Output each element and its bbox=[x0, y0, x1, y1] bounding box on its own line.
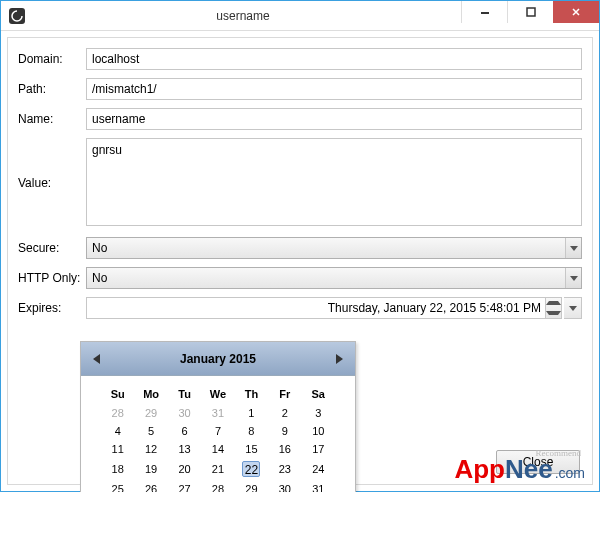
expires-value: Thursday, January 22, 2015 5:48:01 PM bbox=[328, 301, 541, 315]
calendar-day[interactable]: 13 bbox=[168, 440, 201, 458]
calendar-day[interactable]: 16 bbox=[268, 440, 301, 458]
calendar-day[interactable]: 12 bbox=[134, 440, 167, 458]
calendar-dow: Sa bbox=[302, 384, 335, 404]
svg-rect-1 bbox=[527, 8, 535, 16]
calendar-day[interactable]: 11 bbox=[101, 440, 134, 458]
spin-up-icon[interactable] bbox=[546, 298, 561, 308]
secure-select[interactable]: No bbox=[86, 237, 582, 259]
calendar-day[interactable]: 2 bbox=[268, 404, 301, 422]
calendar-day[interactable]: 29 bbox=[235, 480, 268, 492]
window-controls bbox=[461, 1, 599, 30]
calendar-day[interactable]: 25 bbox=[101, 480, 134, 492]
titlebar: username bbox=[1, 1, 599, 31]
calendar-day[interactable]: 29 bbox=[134, 404, 167, 422]
spin-down-icon[interactable] bbox=[546, 308, 561, 318]
path-label: Path: bbox=[18, 82, 86, 96]
calendar-day[interactable]: 6 bbox=[168, 422, 201, 440]
calendar-grid: SuMoTuWeThFrSa 2829303112345678910111213… bbox=[101, 384, 335, 492]
window-close-button[interactable] bbox=[553, 1, 599, 23]
value-label: Value: bbox=[18, 138, 86, 190]
calendar-dow: Th bbox=[235, 384, 268, 404]
httponly-label: HTTP Only: bbox=[18, 271, 86, 285]
httponly-value: No bbox=[92, 271, 107, 285]
watermark: Recommend AppNee.com bbox=[454, 454, 585, 485]
calendar-prev-button[interactable] bbox=[93, 354, 100, 364]
calendar-day[interactable]: 30 bbox=[168, 404, 201, 422]
calendar-dow: We bbox=[201, 384, 234, 404]
calendar-day[interactable]: 23 bbox=[268, 458, 301, 480]
calendar-day[interactable]: 8 bbox=[235, 422, 268, 440]
domain-input[interactable] bbox=[86, 48, 582, 70]
calendar-day[interactable]: 22 bbox=[235, 458, 268, 480]
watermark-com: .com bbox=[555, 465, 585, 481]
expires-input[interactable]: Thursday, January 22, 2015 5:48:01 PM bbox=[86, 297, 546, 319]
calendar-dow: Mo bbox=[134, 384, 167, 404]
calendar-day[interactable]: 30 bbox=[268, 480, 301, 492]
calendar-day[interactable]: 27 bbox=[168, 480, 201, 492]
calendar-day[interactable]: 28 bbox=[101, 404, 134, 422]
domain-label: Domain: bbox=[18, 52, 86, 66]
secure-value: No bbox=[92, 241, 107, 255]
calendar-day[interactable]: 3 bbox=[302, 404, 335, 422]
calendar-day[interactable]: 19 bbox=[134, 458, 167, 480]
svg-rect-0 bbox=[481, 12, 489, 14]
watermark-recommend: Recommend bbox=[536, 448, 582, 458]
minimize-button[interactable] bbox=[461, 1, 507, 23]
chevron-down-icon bbox=[565, 238, 581, 258]
cookie-editor-window: username Domain: Path: Name: Value: gnrs… bbox=[0, 0, 600, 492]
calendar-day[interactable]: 26 bbox=[134, 480, 167, 492]
calendar-day[interactable]: 31 bbox=[201, 404, 234, 422]
name-label: Name: bbox=[18, 112, 86, 126]
calendar-day[interactable]: 21 bbox=[201, 458, 234, 480]
watermark-nee: Nee bbox=[505, 454, 553, 485]
window-title: username bbox=[25, 9, 461, 23]
calendar-day[interactable]: 20 bbox=[168, 458, 201, 480]
watermark-app: App bbox=[454, 454, 505, 485]
calendar-day[interactable]: 14 bbox=[201, 440, 234, 458]
calendar-day[interactable]: 4 bbox=[101, 422, 134, 440]
calendar-month-title: January 2015 bbox=[180, 352, 256, 366]
calendar-dow: Fr bbox=[268, 384, 301, 404]
value-textarea[interactable]: gnrsu bbox=[86, 138, 582, 226]
calendar-day[interactable]: 9 bbox=[268, 422, 301, 440]
httponly-select[interactable]: No bbox=[86, 267, 582, 289]
calendar-day[interactable]: 17 bbox=[302, 440, 335, 458]
app-icon bbox=[9, 8, 25, 24]
secure-label: Secure: bbox=[18, 241, 86, 255]
path-input[interactable] bbox=[86, 78, 582, 100]
calendar-day[interactable]: 18 bbox=[101, 458, 134, 480]
calendar-popup: January 2015 SuMoTuWeThFrSa 282930311234… bbox=[80, 341, 356, 492]
calendar-day[interactable]: 1 bbox=[235, 404, 268, 422]
calendar-day[interactable]: 7 bbox=[201, 422, 234, 440]
maximize-button[interactable] bbox=[507, 1, 553, 23]
calendar-day[interactable]: 31 bbox=[302, 480, 335, 492]
calendar-dow: Su bbox=[101, 384, 134, 404]
calendar-day[interactable]: 24 bbox=[302, 458, 335, 480]
expires-spinner[interactable] bbox=[546, 297, 562, 319]
calendar-day[interactable]: 28 bbox=[201, 480, 234, 492]
calendar-day[interactable]: 10 bbox=[302, 422, 335, 440]
expires-dropdown-button[interactable] bbox=[564, 297, 582, 319]
calendar-header: January 2015 bbox=[81, 342, 355, 376]
chevron-down-icon bbox=[565, 268, 581, 288]
name-input[interactable] bbox=[86, 108, 582, 130]
expires-label: Expires: bbox=[18, 301, 86, 315]
calendar-day[interactable]: 5 bbox=[134, 422, 167, 440]
calendar-next-button[interactable] bbox=[336, 354, 343, 364]
calendar-dow: Tu bbox=[168, 384, 201, 404]
calendar-day[interactable]: 15 bbox=[235, 440, 268, 458]
calendar-body: SuMoTuWeThFrSa 2829303112345678910111213… bbox=[81, 376, 355, 492]
